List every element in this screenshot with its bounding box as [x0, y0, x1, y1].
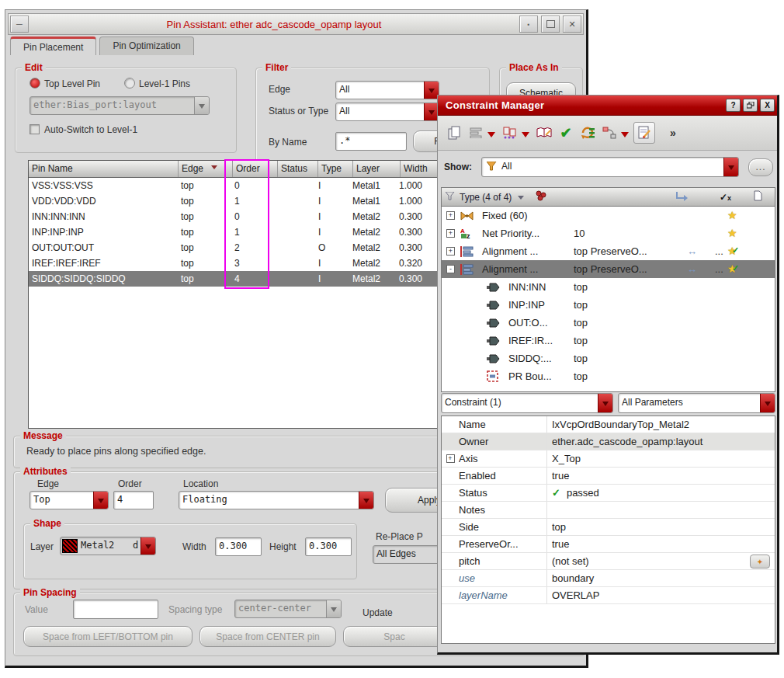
- chevron-down-icon[interactable]: [621, 132, 629, 141]
- type-column-header[interactable]: Type (4 of 4): [460, 192, 512, 203]
- parameter-table[interactable]: NameIxVcpOrdBoundaryTop_Metal2Ownerether…: [441, 415, 775, 644]
- expand-icon[interactable]: +: [446, 229, 455, 238]
- space-center-button[interactable]: Space from CENTER pin: [199, 626, 336, 647]
- attr-location-combo[interactable]: Floating: [179, 491, 374, 509]
- tree-item-alignment[interactable]: +Alignment ...top PreserveO...↔...★✓: [442, 242, 775, 260]
- enabled-column-icon: ✓x: [720, 192, 731, 203]
- close-button[interactable]: ✕: [563, 16, 581, 33]
- layer-combo[interactable]: Metal2 d: [60, 537, 156, 555]
- param-row-use[interactable]: useboundary: [442, 570, 775, 587]
- tab-pin-optimization[interactable]: Pin Optimization: [99, 37, 193, 55]
- minimize-button[interactable]: ▪: [519, 16, 538, 33]
- tree-item-net-priority[interactable]: +AzNet Priority...10★: [442, 224, 775, 242]
- message-text: Ready to place pins along specified edge…: [26, 446, 206, 457]
- pitch-action-button[interactable]: ✦: [750, 555, 770, 568]
- toolbar-overflow-button[interactable]: »: [663, 123, 683, 143]
- tab-pin-placement[interactable]: Pin Placement: [10, 37, 96, 55]
- tree-item-siddq[interactable]: SIDDQ:...top: [442, 349, 775, 367]
- column-header-layer[interactable]: Layer: [353, 161, 401, 177]
- column-header-status[interactable]: Status: [278, 161, 318, 177]
- tree-item-fixed-60[interactable]: +Fixed (60)★: [442, 207, 775, 224]
- pin-assistant-titlebar[interactable]: ─ Pin Assistant: ether adc_cascode_opamp…: [8, 13, 584, 35]
- column-header-edge[interactable]: Edge: [179, 161, 233, 177]
- spacing-type-combo[interactable]: center-center: [234, 600, 342, 618]
- column-header-order[interactable]: Order: [233, 161, 278, 177]
- filter-status-combo[interactable]: All: [335, 103, 439, 121]
- param-value: [547, 502, 775, 518]
- constraint-tree[interactable]: Type (4 of 4) ✓x +Fixed (60)★+AzNet Prio…: [441, 187, 775, 392]
- expand-icon[interactable]: +: [442, 450, 459, 467]
- tree-item-iref-ir[interactable]: IREF:IR...top: [442, 332, 775, 349]
- constraint-manager-window: Constraint Manager ? X ✔ » Show: All ...…: [437, 95, 779, 655]
- column-header-pin-name[interactable]: Pin Name: [29, 161, 179, 177]
- param-row-layername[interactable]: layerNameOVERLAP: [442, 587, 775, 604]
- edit-constraint-button[interactable]: [633, 122, 655, 144]
- radio-level1-pins[interactable]: Level-1 Pins: [124, 78, 190, 89]
- close-icon: ✕: [568, 19, 575, 30]
- collapse-icon[interactable]: -: [446, 265, 455, 273]
- param-row-enabled[interactable]: Enabledtrue: [442, 468, 775, 485]
- expand-icon[interactable]: +: [446, 211, 455, 220]
- shape-height-input[interactable]: 0.300: [305, 537, 352, 556]
- column-header-width[interactable]: Width: [401, 161, 440, 177]
- space-right-button[interactable]: Spac: [343, 626, 446, 647]
- tree-item-out-o[interactable]: OUT:O...top: [442, 314, 775, 332]
- validate-constraints-button[interactable]: ✔: [556, 123, 576, 143]
- table-cell: I: [315, 178, 349, 193]
- param-row-name[interactable]: NameIxVcpOrdBoundaryTop_Metal2: [442, 416, 775, 433]
- filter-edge-combo[interactable]: All: [335, 81, 439, 99]
- tree-item-pr-bou[interactable]: PR Bou...top: [442, 367, 775, 385]
- param-row-notes[interactable]: Notes: [442, 502, 775, 519]
- all-parameters-combo[interactable]: All Parameters: [618, 393, 775, 413]
- auto-switch-checkbox[interactable]: Auto-Switch to Level-1: [29, 124, 137, 135]
- param-row-preserveor[interactable]: PreserveOr...true: [442, 536, 775, 553]
- hierarchy-button[interactable]: [599, 123, 619, 143]
- table-cell: Metal2: [349, 271, 396, 287]
- tree-item-inn-inn[interactable]: INN:INNtop: [442, 278, 775, 296]
- copy-constraint-button[interactable]: [444, 123, 464, 143]
- constraint-tree-header[interactable]: Type (4 of 4) ✓x: [442, 188, 775, 207]
- chevron-down-icon[interactable]: [487, 132, 495, 141]
- constraint-manager-titlebar[interactable]: Constraint Manager ? X: [438, 96, 777, 116]
- param-row-owner[interactable]: Ownerether.adc_cascode_opamp:layout: [442, 433, 775, 450]
- help-button[interactable]: ?: [726, 99, 741, 112]
- chevron-down-icon[interactable]: [522, 132, 529, 141]
- show-filter-combo[interactable]: All: [481, 157, 739, 177]
- spacing-value-label: Value: [25, 604, 48, 615]
- param-row-axis[interactable]: +AxisX_Top: [442, 450, 775, 468]
- maximize-button[interactable]: [541, 16, 560, 33]
- close-button[interactable]: X: [760, 99, 775, 112]
- tree-item-alignment[interactable]: -Alignment ...top PreserveO...↔...★✓: [442, 260, 775, 278]
- ellipsis: ...: [715, 263, 723, 275]
- radio-top-level-pins[interactable]: Top Level Pin: [29, 78, 100, 89]
- filter-by-name-input[interactable]: .*: [335, 132, 407, 151]
- constraint-count-combo[interactable]: Constraint (1): [441, 393, 613, 413]
- tree-item-inp-inp[interactable]: INP:INPtop: [442, 296, 775, 314]
- refresh-constraints-button[interactable]: [578, 123, 598, 143]
- param-row-status[interactable]: Status✓passed: [442, 485, 775, 502]
- table-cell: 3: [231, 256, 276, 271]
- attr-edge-combo[interactable]: Top: [29, 491, 109, 509]
- cell-combo[interactable]: ether:Bias_port:layout: [29, 96, 210, 115]
- filter-by-name-label: By Name: [269, 137, 307, 148]
- match-constraint-button[interactable]: [500, 123, 520, 143]
- column-header-type[interactable]: Type: [318, 161, 353, 177]
- spacer: [442, 536, 459, 552]
- show-more-button[interactable]: ...: [748, 158, 773, 176]
- expand-icon[interactable]: +: [446, 247, 455, 256]
- restore-button[interactable]: [743, 99, 758, 112]
- attr-order-input[interactable]: 4: [113, 491, 154, 509]
- param-row-pitch[interactable]: pitch(not set)✦: [442, 553, 775, 570]
- table-cell: 0.300: [396, 271, 435, 287]
- constraint-browser-button[interactable]: [534, 123, 554, 143]
- chevron-down-icon: [326, 600, 341, 617]
- align-constraint-button[interactable]: [466, 123, 486, 143]
- shape-width-input[interactable]: 0.300: [215, 537, 262, 556]
- param-row-side[interactable]: Sidetop: [442, 519, 775, 536]
- space-left-bottom-button[interactable]: Space from LEFT/BOTTOM pin: [23, 626, 193, 647]
- spacing-value-input[interactable]: [73, 600, 158, 619]
- param-value: ✓passed: [547, 485, 775, 501]
- param-name: Side: [459, 519, 547, 535]
- tree-item-value: top PreserveO...: [574, 263, 647, 275]
- window-menu-button[interactable]: ─: [10, 16, 29, 33]
